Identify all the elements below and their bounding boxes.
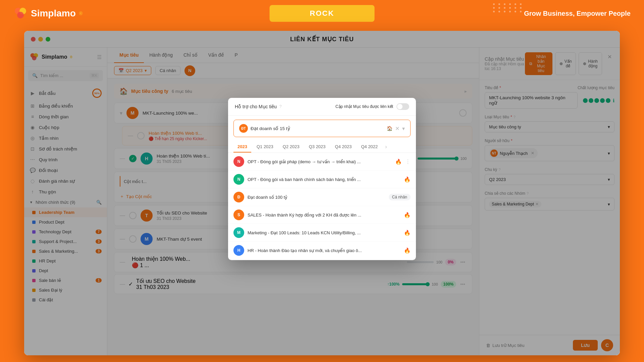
goal-avatar: N <box>233 156 244 167</box>
toggle-switch[interactable] <box>396 103 409 110</box>
logo-text: Simplamo <box>31 8 76 19</box>
dots-decoration <box>493 3 523 12</box>
goal-text: HR - Hoàn thành Đào tạo nhân sự mới, và … <box>248 248 400 253</box>
tab-q4-2023[interactable]: Q4 2023 <box>331 141 356 153</box>
main-window: LIÊN KẾT MỤC TIÊU Simplamo ® ☰ 🔍 <box>24 31 620 355</box>
goal-avatar: N <box>233 174 244 185</box>
logo-icon <box>13 6 28 20</box>
more-options-button[interactable]: ⋮ <box>405 159 411 165</box>
modal-goal-item[interactable]: N OPT - Đóng gói và ban hành chính sách … <box>228 171 416 188</box>
goal-text: Marketing - Đạt 100 Leads: 10 Leads KCN … <box>248 230 400 235</box>
modal-goal-item[interactable]: M Marketing - Đạt 100 Leads: 10 Leads KC… <box>228 224 416 242</box>
fire-icon: 🔥 <box>404 247 411 254</box>
link-goal-modal: Hỗ trợ cho Mục tiêu ? Cập nhật Mục tiêu … <box>228 98 416 260</box>
goal-avatar: Đ <box>233 192 244 202</box>
top-bar: Simplamo ® ROCK Grow Business, Empower P… <box>0 0 644 27</box>
modal-search-avatar: ĐT <box>239 124 248 133</box>
personal-badge: Cá nhân <box>389 194 411 200</box>
modal-goal-list: N OPT - Đóng gói giải pháp (demo → tư vấ… <box>228 153 416 260</box>
modal-update-label: Cập nhật Mục tiêu được liên kết <box>335 104 393 109</box>
tab-2023[interactable]: 2023 <box>233 141 251 153</box>
fire-icon: 🔥 <box>404 230 411 236</box>
home-icon: 🏠 <box>387 126 392 131</box>
goal-text: Đạt doanh số 100 tỷ <box>248 195 385 200</box>
goal-text: OPT - Đóng gói giải pháp (demo → tư vấn … <box>248 159 392 164</box>
svg-point-2 <box>17 12 24 18</box>
modal-goal-item[interactable]: S SALES - Hoàn thành Ký hợp đồng với 2 K… <box>228 206 416 224</box>
modal-goal-item[interactable]: H HR - Hoàn thành Đào tạo nhân sự mới, v… <box>228 242 416 259</box>
modal-header: Hỗ trợ cho Mục tiêu ? Cập nhật Mục tiêu … <box>228 98 416 116</box>
goal-text: OPT - Đóng gói và ban hành chính sách bá… <box>248 177 400 182</box>
modal-header-right: Cập nhật Mục tiêu được liên kết <box>335 103 409 110</box>
modal-search-text: Đạt doanh số 15 tỷ <box>251 126 384 131</box>
year-tabs: 2023 Q1 2023 Q2 2023 Q3 2023 Q4 2023 Q4 … <box>228 141 416 153</box>
modal-overlay: Hỗ trợ cho Mục tiêu ? Cập nhật Mục tiêu … <box>24 31 620 355</box>
tab-q4-2022[interactable]: Q4 2022 <box>357 141 382 153</box>
modal-header-left: Hỗ trợ cho Mục tiêu ? <box>235 104 282 109</box>
tab-q3-2023[interactable]: Q3 2023 <box>305 141 330 153</box>
modal-goal-item[interactable]: Đ Đạt doanh số 100 tỷ Cá nhân <box>228 188 416 206</box>
clear-search-button[interactable]: ✕ <box>395 125 399 132</box>
tagline: Grow Business, Empower People <box>524 9 631 18</box>
goal-avatar: H <box>233 245 244 256</box>
goal-text: SALES - Hoàn thành Ký hợp đồng với 2 KH … <box>248 213 400 218</box>
fire-icon: 🔥 <box>404 176 411 183</box>
goal-avatar: M <box>233 227 244 238</box>
rock-badge: ROCK <box>270 5 375 22</box>
modal-help-icon[interactable]: ? <box>279 104 282 109</box>
app-logo: Simplamo ® <box>13 6 83 20</box>
toggle-knob <box>397 104 402 109</box>
modal-goal-item[interactable]: N OPT - Đóng gói giải pháp (demo → tư vấ… <box>228 153 416 171</box>
modal-body: 2023 Q1 2023 Q2 2023 Q3 2023 Q4 2023 Q4 … <box>228 141 416 260</box>
modal-goal-item[interactable]: F FINANCE - Gặp 10 nhà đầu tư 🔥 <box>228 259 416 260</box>
tab-q1-2023[interactable]: Q1 2023 <box>253 141 277 153</box>
rock-section: ROCK <box>270 5 375 22</box>
fire-icon: 🔥 <box>404 212 411 218</box>
modal-title: Hỗ trợ cho Mục tiêu <box>235 104 277 109</box>
expand-search-icon[interactable]: ▾ <box>402 125 405 132</box>
modal-search[interactable]: ĐT Đạt doanh số 15 tỷ 🏠 ✕ ▾ <box>233 120 411 137</box>
more-tabs-button[interactable]: › <box>383 141 389 153</box>
tab-q2-2023[interactable]: Q2 2023 <box>279 141 304 153</box>
goal-avatar: S <box>233 209 244 220</box>
fire-icon: 🔥 <box>395 159 402 165</box>
